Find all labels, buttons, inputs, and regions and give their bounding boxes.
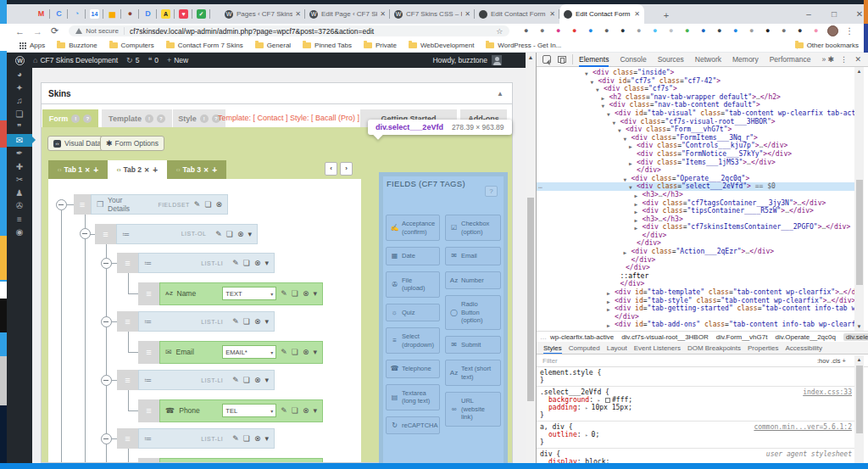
dom-node[interactable]: <div class="cf7s">▼ xyxy=(537,85,855,93)
duplicate-icon[interactable]: ❏ xyxy=(292,406,298,415)
tree-row-phone[interactable]: ☎PhoneTEL▾✎❏⊗▾ xyxy=(159,399,323,422)
chevron-down-icon[interactable]: ▾ xyxy=(264,259,269,267)
sidebar-item-appearance[interactable]: ✂ xyxy=(7,173,32,187)
field-button-select-dropdown-[interactable]: ≡Select (dropdown) xyxy=(386,327,440,354)
bookmark-item[interactable]: Buzztone xyxy=(57,42,97,49)
field-button-url-website-link-[interactable]: ∞URL (website link) xyxy=(445,392,501,427)
url-text[interactable]: cf7skinsdev.local/wp-admin/admin.php?pag… xyxy=(130,27,491,36)
bookmark-star-icon[interactable]: ☆ xyxy=(496,27,503,36)
browser-tab[interactable]: WCF7 Skins CSS – Folders & Fil✕ xyxy=(390,4,475,24)
delete-icon[interactable]: ⊗ xyxy=(254,376,261,384)
wp-logo-icon[interactable]: W xyxy=(15,56,25,65)
extension-icon[interactable]: ● xyxy=(631,27,647,35)
tree-row-list-li[interactable]: ≔LIST-LI✎❏⊗▾ xyxy=(138,253,275,273)
drag-handle[interactable]: ≡ xyxy=(138,399,159,422)
css-rule[interactable]: user agent stylesheetdiv {display: block… xyxy=(537,449,855,463)
evergreen-pinned-tab[interactable]: ✓ xyxy=(192,4,210,24)
css-rule[interactable]: element.style {} xyxy=(537,367,855,387)
help-button[interactable]: ? xyxy=(485,186,498,197)
delete-icon[interactable]: ⊗ xyxy=(254,259,261,267)
devtools-close-icon[interactable]: ✕ xyxy=(854,55,861,64)
close-tab-icon[interactable]: ✕ xyxy=(144,166,149,174)
styles-tab-layout[interactable]: Layout xyxy=(607,342,627,355)
close-tab-icon[interactable]: ✕ xyxy=(465,10,470,18)
tree-row-list-li[interactable]: ≔LIST-LI✎❏⊗▾ xyxy=(138,370,275,390)
type-dropdown[interactable]: TEL▾ xyxy=(222,404,276,417)
extension-icon[interactable]: ● xyxy=(695,27,711,35)
dom-node[interactable]: </div> xyxy=(537,239,855,248)
field-button-text-short-text-[interactable]: AzText (short text) xyxy=(445,360,501,386)
browser-tab[interactable]: WPages ‹ CF7 Skins Team — Wo✕ xyxy=(220,4,305,24)
breadcrumb-item[interactable]: div.Form__vhG7t xyxy=(716,333,768,341)
field-button-telephone[interactable]: ☎Telephone xyxy=(386,360,440,378)
drag-handle[interactable]: ≡ xyxy=(117,370,138,390)
field-button-radio-button-option-[interactable]: ◯Radio Button (option) xyxy=(445,295,501,330)
bookmark-item[interactable]: Private xyxy=(364,42,397,49)
add-tab-icon[interactable]: + xyxy=(93,165,98,175)
elements-scrollbar[interactable]: ▲ ▼ xyxy=(854,67,864,331)
dom-node[interactable]: <div id="tab-visual" class="tab-content … xyxy=(537,109,855,118)
dom-node[interactable]: <div class="FormNotice___S7kYy"></div> xyxy=(537,150,855,159)
dom-node[interactable]: <div class="cf7skinsItemsContainer___2PG… xyxy=(537,223,855,232)
drag-handle[interactable]: ≡ xyxy=(117,428,138,449)
collapse-node-icon[interactable] xyxy=(101,258,112,269)
collapse-node-icon[interactable] xyxy=(101,433,112,444)
collapse-toggle-icon[interactable]: ▲ xyxy=(497,90,504,98)
drag-handle[interactable]: ≡ xyxy=(74,194,91,215)
dom-node[interactable]: </div> xyxy=(537,232,855,240)
extension-icon[interactable]: ● xyxy=(760,27,776,35)
extension-icon[interactable]: ● xyxy=(566,27,582,35)
duplicate-icon[interactable]: ❏ xyxy=(243,317,250,326)
css-rule[interactable]: index.css:33.select___2eVfd {background:… xyxy=(537,387,855,422)
edit-icon[interactable]: ✎ xyxy=(232,259,239,267)
duplicate-icon[interactable]: ❏ xyxy=(243,376,250,384)
form-tab-2[interactable]: ‹›Tab 2✕+ xyxy=(108,160,167,179)
dom-node[interactable]: <div class="cf7s-visual-root___3HBOR">▼ xyxy=(537,118,855,126)
rule-source[interactable]: common.min...ver=5.6.1:2 xyxy=(754,423,852,431)
dom-node[interactable]: <div id="cf7s" class="cf7-42">▼ xyxy=(537,77,855,86)
duplicate-icon[interactable]: ❏ xyxy=(292,289,298,298)
scrollbar-thumb[interactable] xyxy=(527,198,534,401)
maximize-button[interactable]: □ xyxy=(826,7,843,22)
rule-source[interactable]: user agent stylesheet xyxy=(766,450,852,458)
scrollbar-thumb[interactable] xyxy=(856,180,863,285)
drag-handle[interactable]: ≡ xyxy=(117,253,138,273)
new-menu[interactable]: +New xyxy=(167,56,188,64)
delete-icon[interactable]: ⊗ xyxy=(237,230,244,238)
chevron-down-icon[interactable]: ▾ xyxy=(264,376,269,384)
drag-handle[interactable]: ≡ xyxy=(138,341,159,364)
styles-tab-accessibility[interactable]: Accessibility xyxy=(786,342,823,355)
dom-node[interactable]: <div class="Controls___kju7p">…</div>▶ xyxy=(537,142,855,150)
page-scrollbar[interactable]: ▲ xyxy=(526,53,536,463)
extension-icon[interactable]: ● xyxy=(598,27,615,35)
dom-node[interactable]: <div class="Action___2qEzr">…</div>▶ xyxy=(537,248,855,256)
inspect-element-icon[interactable] xyxy=(542,55,551,64)
sphere-pinned-tab[interactable]: ● xyxy=(121,4,139,24)
dom-node[interactable]: <div id="tab-template" class="tab-conten… xyxy=(537,288,855,297)
awesome-pinned-tab[interactable]: A xyxy=(157,4,175,24)
dom-node[interactable]: <h3>…</h3>▶ xyxy=(537,215,855,224)
new-tab-button[interactable]: + xyxy=(659,8,673,22)
sidebar-item-users[interactable]: ♟ xyxy=(7,187,32,200)
field-button-number[interactable]: AzNumber xyxy=(445,271,501,290)
field-button-quiz[interactable]: ☼Quiz xyxy=(386,304,440,322)
delete-icon[interactable]: ⊗ xyxy=(303,348,309,356)
dom-node[interactable]: <h2 class="nav-tab-wrapper default">…</h… xyxy=(537,93,855,102)
close-tab-icon[interactable]: ✕ xyxy=(295,10,301,18)
drag-handle[interactable]: ≡ xyxy=(95,224,116,244)
tab-nav-right[interactable]: › xyxy=(340,162,353,176)
extension-icon[interactable]: ● xyxy=(776,27,792,35)
chevron-down-icon[interactable]: ▾ xyxy=(313,289,317,298)
extension-icon[interactable]: ● xyxy=(792,27,808,35)
back-icon[interactable]: ← xyxy=(15,26,25,36)
extension-icon[interactable]: ● xyxy=(534,27,550,35)
sidebar-item-pages[interactable]: ❏ xyxy=(7,108,32,121)
chevron-down-icon[interactable]: ▾ xyxy=(313,406,317,415)
sidebar-item-dashboard[interactable]: ◕ xyxy=(7,68,32,81)
chevron-down-icon[interactable]: ▾ xyxy=(264,434,269,443)
styles-tab-properties[interactable]: Properties xyxy=(748,342,778,355)
extension-icon[interactable]: ● xyxy=(582,27,598,35)
tree-row-list-li[interactable]: ≔LIST-LI✎❏⊗▾ xyxy=(138,428,275,449)
delete-icon[interactable]: ⊗ xyxy=(303,406,309,415)
close-tab-icon[interactable]: ✕ xyxy=(634,10,640,18)
